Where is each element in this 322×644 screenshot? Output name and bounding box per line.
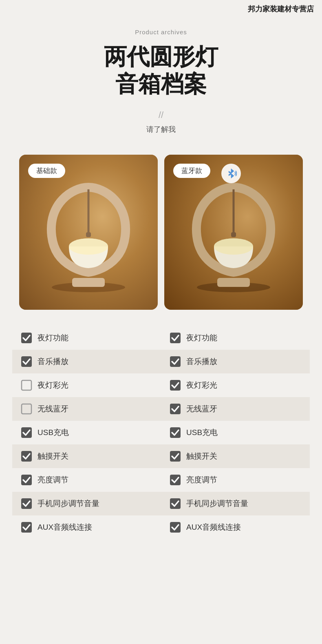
- feature-text-bluetooth: AUX音频线连接: [186, 522, 241, 533]
- feature-cell-basic: 夜灯功能: [12, 326, 161, 350]
- feature-text-basic-empty: 夜灯彩光: [37, 380, 68, 391]
- checkbox-empty-icon: [20, 403, 33, 415]
- feature-text-bluetooth: USB充电: [186, 427, 218, 438]
- feature-row: 亮度调节 亮度调节: [12, 468, 310, 492]
- feature-cell-bluetooth: USB充电: [161, 421, 310, 444]
- product-images-row: 基础款 蓝牙款: [0, 155, 322, 310]
- divider: //: [0, 110, 322, 120]
- feature-text-basic: 音乐播放: [37, 356, 68, 367]
- feature-text-basic: 夜灯功能: [37, 333, 68, 343]
- feature-row: 无线蓝牙 无线蓝牙: [12, 397, 310, 421]
- feature-text-bluetooth: 触摸开关: [186, 451, 217, 462]
- feature-cell-basic: USB充电: [12, 421, 161, 444]
- check-filled-icon: [20, 426, 33, 439]
- check-filled-icon: [169, 379, 181, 391]
- basic-label-badge: 基础款: [28, 164, 65, 178]
- feature-row: AUX音频线连接 AUX音频线连接: [12, 515, 310, 539]
- feature-cell-basic: 手机同步调节音量: [12, 492, 161, 515]
- feature-cell-basic: 无线蓝牙: [12, 397, 161, 421]
- feature-text-bluetooth: 无线蓝牙: [186, 404, 217, 414]
- bluetooth-label-badge: 蓝牙款: [173, 164, 210, 178]
- feature-text-basic: 触摸开关: [37, 451, 68, 462]
- feature-cell-bluetooth: 无线蓝牙: [161, 397, 310, 421]
- feature-cell-bluetooth: 手机同步调节音量: [161, 492, 310, 515]
- check-filled-icon: [169, 497, 181, 510]
- feature-row: 夜灯功能 夜灯功能: [12, 326, 310, 350]
- product-image-bluetooth: 蓝牙款: [164, 155, 303, 310]
- archives-label: Product archives: [0, 29, 322, 36]
- feature-text-basic: 亮度调节: [37, 475, 68, 485]
- feature-cell-bluetooth: 音乐播放: [161, 350, 310, 373]
- check-filled-icon: [169, 426, 181, 439]
- feature-cell-basic: 夜灯彩光: [12, 373, 161, 397]
- feature-cell-basic: AUX音频线连接: [12, 515, 161, 539]
- feature-row: 夜灯彩光 夜灯彩光: [12, 373, 310, 397]
- feature-cell-bluetooth: 夜灯彩光: [161, 373, 310, 397]
- feature-text-bluetooth: 夜灯彩光: [186, 380, 217, 391]
- feature-cell-basic: 音乐播放: [12, 350, 161, 373]
- check-filled-icon: [20, 450, 33, 462]
- check-filled-icon: [169, 332, 181, 344]
- check-filled-icon: [169, 355, 181, 368]
- svg-rect-1: [72, 278, 105, 287]
- check-filled-icon: [169, 474, 181, 486]
- header-section: Product archives 两代圆形灯 音箱档案 // 请了解我: [0, 0, 322, 155]
- feature-text-basic-empty: 无线蓝牙: [37, 404, 68, 414]
- feature-text-bluetooth: 夜灯功能: [186, 333, 217, 343]
- check-filled-icon: [169, 521, 181, 533]
- check-filled-icon: [20, 497, 33, 510]
- feature-text-basic: 手机同步调节音量: [37, 498, 99, 509]
- check-filled-icon: [169, 450, 181, 462]
- product-image-basic: 基础款: [19, 155, 158, 310]
- store-name: 邦力家装建材专营店: [248, 4, 314, 14]
- feature-cell-bluetooth: AUX音频线连接: [161, 515, 310, 539]
- feature-text-bluetooth: 亮度调节: [186, 475, 217, 485]
- svg-rect-16: [22, 380, 31, 390]
- subtitle: 请了解我: [0, 124, 322, 134]
- feature-cell-basic: 亮度调节: [12, 468, 161, 492]
- checkbox-empty-icon: [20, 379, 33, 391]
- feature-cell-bluetooth: 触摸开关: [161, 444, 310, 468]
- svg-rect-5: [86, 232, 91, 237]
- svg-rect-18: [22, 404, 31, 414]
- feature-cell-bluetooth: 夜灯功能: [161, 326, 310, 350]
- feature-row: 触摸开关 触摸开关: [12, 444, 310, 468]
- check-filled-icon: [20, 355, 33, 368]
- check-filled-icon: [20, 332, 33, 344]
- check-filled-icon: [20, 474, 33, 486]
- features-section: 夜灯功能 夜灯功能 音乐播放 音乐播放: [0, 322, 322, 555]
- feature-text-bluetooth: 音乐播放: [186, 356, 217, 367]
- feature-row: 音乐播放 音乐播放: [12, 350, 310, 373]
- feature-cell-bluetooth: 亮度调节: [161, 468, 310, 492]
- check-filled-icon: [20, 521, 33, 533]
- main-title: 两代圆形灯 音箱档案: [0, 43, 322, 98]
- feature-row: 手机同步调节音量 手机同步调节音量: [12, 492, 310, 515]
- svg-point-10: [214, 238, 253, 255]
- svg-rect-7: [217, 278, 250, 287]
- feature-text-basic: USB充电: [37, 427, 69, 438]
- feature-text-basic: AUX音频线连接: [37, 522, 92, 533]
- feature-cell-basic: 触摸开关: [12, 444, 161, 468]
- feature-text-bluetooth: 手机同步调节音量: [186, 498, 248, 509]
- svg-point-4: [69, 238, 108, 255]
- check-filled-icon: [169, 403, 181, 415]
- svg-rect-11: [231, 232, 236, 237]
- feature-row: USB充电 USB充电: [12, 421, 310, 444]
